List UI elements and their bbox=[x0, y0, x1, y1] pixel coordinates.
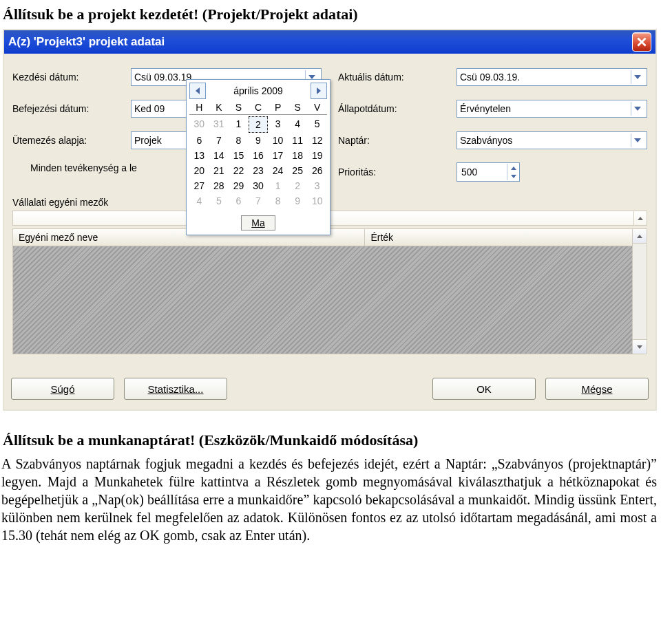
calendar-day[interactable]: 14 bbox=[209, 148, 229, 163]
spin-up-icon[interactable] bbox=[507, 164, 519, 172]
calendar-day[interactable]: 22 bbox=[229, 163, 249, 178]
calendar-day[interactable]: 3 bbox=[268, 116, 288, 133]
calendar-day[interactable]: 23 bbox=[249, 163, 269, 178]
calendar-day[interactable]: 19 bbox=[307, 148, 327, 163]
day-header: H bbox=[189, 102, 209, 115]
date-picker-popup: április 2009 HKSCPSV30311234567891011121… bbox=[186, 79, 330, 235]
calendar-day[interactable]: 10 bbox=[268, 133, 288, 148]
status-date-value: Érvénytelen bbox=[460, 103, 631, 114]
end-date-label: Befejezési dátum: bbox=[12, 103, 131, 114]
day-header: C bbox=[249, 102, 269, 115]
calendar-day[interactable]: 20 bbox=[189, 163, 209, 178]
calendar-day[interactable]: 7 bbox=[249, 193, 269, 208]
calendar-day[interactable]: 29 bbox=[229, 178, 249, 193]
calendar-value: Szabványos bbox=[460, 135, 631, 146]
calendar-day[interactable]: 27 bbox=[189, 178, 209, 193]
calendar-day[interactable]: 30 bbox=[189, 116, 209, 133]
calendar-day[interactable]: 15 bbox=[229, 148, 249, 163]
current-date-label: Aktuális dátum: bbox=[338, 72, 457, 83]
calendar-day[interactable]: 2 bbox=[288, 178, 308, 193]
day-header: S bbox=[288, 102, 308, 115]
project-info-dialog: A(z) 'Projekt3' projekt adatai Kezdési d… bbox=[3, 29, 657, 411]
scroll-up-icon[interactable] bbox=[633, 229, 647, 244]
day-header: V bbox=[307, 102, 327, 115]
calendar-day[interactable]: 25 bbox=[288, 163, 308, 178]
calendar-day[interactable]: 4 bbox=[288, 116, 308, 133]
start-date-label: Kezdési dátum: bbox=[12, 72, 131, 83]
doc-paragraph: A Szabványos naptárnak fogjuk megadni a … bbox=[1, 455, 657, 544]
calendar-day[interactable]: 1 bbox=[268, 178, 288, 193]
calendar-day[interactable]: 5 bbox=[209, 193, 229, 208]
calendar-day[interactable]: 8 bbox=[229, 133, 249, 148]
grid-header-value[interactable]: Érték bbox=[365, 229, 632, 246]
statistics-button[interactable]: Statisztika... bbox=[124, 378, 227, 400]
close-button[interactable] bbox=[632, 32, 651, 52]
spin-down-icon[interactable] bbox=[507, 172, 519, 180]
cancel-button[interactable]: Mégse bbox=[545, 378, 649, 400]
current-date-field[interactable]: Csü 09.03.19. bbox=[457, 68, 647, 86]
datepicker-month: április 2009 bbox=[233, 85, 283, 96]
status-date-field[interactable]: Érvénytelen bbox=[457, 100, 647, 118]
dialog-title: A(z) 'Projekt3' projekt adatai bbox=[8, 35, 632, 49]
priority-label: Prioritás: bbox=[338, 167, 457, 178]
calendar-day[interactable]: 6 bbox=[189, 133, 209, 148]
calendar-day[interactable]: 6 bbox=[229, 193, 249, 208]
ok-button[interactable]: OK bbox=[432, 378, 536, 400]
prev-month-button[interactable] bbox=[189, 83, 206, 99]
custom-fields-grid: Egyéni mező neve Érték bbox=[12, 228, 633, 354]
calendar-day[interactable]: 18 bbox=[288, 148, 308, 163]
calendar-day[interactable]: 7 bbox=[209, 133, 229, 148]
calendar-day[interactable]: 3 bbox=[307, 178, 327, 193]
dropdown-icon bbox=[631, 133, 644, 147]
calendar-day[interactable]: 31 bbox=[209, 116, 229, 133]
calendar-day[interactable]: 2 bbox=[249, 116, 269, 133]
grid-scrollbar[interactable] bbox=[633, 228, 647, 354]
calendar-field[interactable]: Szabványos bbox=[457, 131, 647, 149]
schedule-base-label: Ütemezés alapja: bbox=[12, 135, 131, 146]
today-button[interactable]: Ma bbox=[241, 215, 275, 230]
chevron-left-icon bbox=[195, 87, 200, 94]
calendar-day[interactable]: 1 bbox=[229, 116, 249, 133]
titlebar[interactable]: A(z) 'Projekt3' projekt adatai bbox=[4, 30, 655, 54]
doc-heading-2: Állítsuk be a munkanaptárat! (Eszközök/M… bbox=[3, 431, 661, 449]
calendar-day[interactable]: 28 bbox=[209, 178, 229, 193]
day-header: P bbox=[268, 102, 288, 115]
day-header: K bbox=[209, 102, 229, 115]
calendar-day[interactable]: 30 bbox=[249, 178, 269, 193]
day-header: S bbox=[229, 102, 249, 115]
close-icon bbox=[637, 37, 647, 47]
scroll-down-icon[interactable] bbox=[633, 339, 647, 354]
calendar-day[interactable]: 8 bbox=[268, 193, 288, 208]
next-month-button[interactable] bbox=[311, 83, 327, 99]
calendar-day[interactable]: 13 bbox=[189, 148, 209, 163]
calendar-day[interactable]: 24 bbox=[268, 163, 288, 178]
calendar-label: Naptár: bbox=[338, 135, 457, 146]
doc-heading-1: Állítsuk be a projekt kezdetét! (Projekt… bbox=[3, 6, 661, 23]
calendar-day[interactable]: 12 bbox=[307, 133, 327, 148]
calendar-day[interactable]: 11 bbox=[288, 133, 308, 148]
chevron-up-icon bbox=[638, 217, 643, 220]
calendar-day[interactable]: 9 bbox=[288, 193, 308, 208]
calendar-grid: HKSCPSV303112345678910111213141516171819… bbox=[187, 102, 330, 211]
calendar-day[interactable]: 10 bbox=[307, 193, 327, 208]
dropdown-icon bbox=[631, 70, 644, 84]
status-date-label: Állapotdátum: bbox=[338, 103, 457, 114]
grid-body-empty bbox=[13, 246, 632, 354]
calendar-day[interactable]: 9 bbox=[249, 133, 269, 148]
calendar-day[interactable]: 4 bbox=[189, 193, 209, 208]
calendar-day[interactable]: 17 bbox=[268, 148, 288, 163]
calendar-day[interactable]: 5 bbox=[307, 116, 327, 133]
priority-value: 500 bbox=[457, 167, 507, 178]
dropdown-icon bbox=[631, 102, 644, 116]
help-button[interactable]: Súgó bbox=[11, 378, 114, 400]
chevron-right-icon bbox=[316, 87, 322, 94]
priority-spinner[interactable]: 500 bbox=[457, 162, 520, 182]
calendar-day[interactable]: 16 bbox=[249, 148, 269, 163]
calendar-day[interactable]: 26 bbox=[307, 163, 327, 178]
current-date-value: Csü 09.03.19. bbox=[460, 72, 631, 83]
calendar-day[interactable]: 21 bbox=[209, 163, 229, 178]
